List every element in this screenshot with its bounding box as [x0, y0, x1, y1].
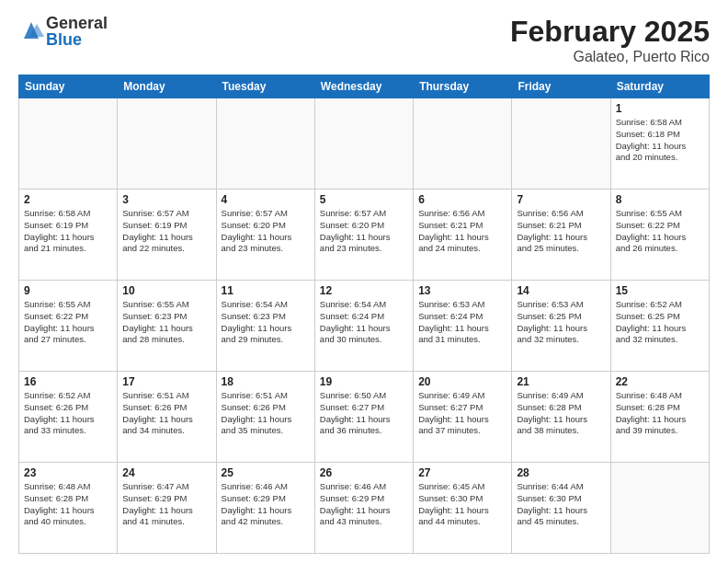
day-info: Sunrise: 6:57 AM Sunset: 6:20 PM Dayligh… — [320, 208, 408, 255]
calendar-cell: 1Sunrise: 6:58 AM Sunset: 6:18 PM Daylig… — [610, 98, 709, 190]
day-info: Sunrise: 6:57 AM Sunset: 6:20 PM Dayligh… — [222, 208, 310, 255]
title-month: February 2025 — [510, 15, 710, 49]
day-info: Sunrise: 6:51 AM Sunset: 6:26 PM Dayligh… — [122, 390, 210, 437]
calendar-cell: 20Sunrise: 6:49 AM Sunset: 6:27 PM Dayli… — [414, 372, 512, 463]
day-info: Sunrise: 6:46 AM Sunset: 6:29 PM Dayligh… — [222, 481, 310, 528]
day-number: 28 — [517, 466, 605, 479]
day-info: Sunrise: 6:54 AM Sunset: 6:24 PM Dayligh… — [320, 299, 408, 346]
day-number: 18 — [222, 375, 310, 388]
day-info: Sunrise: 6:57 AM Sunset: 6:19 PM Dayligh… — [122, 208, 210, 255]
calendar-cell: 19Sunrise: 6:50 AM Sunset: 6:27 PM Dayli… — [314, 372, 413, 463]
title-block: February 2025 Galateo, Puerto Rico — [510, 15, 710, 65]
day-number: 20 — [418, 375, 506, 388]
weekday-header-thursday: Thursday — [414, 75, 512, 98]
calendar-cell — [216, 98, 314, 190]
day-number: 12 — [320, 284, 408, 297]
day-info: Sunrise: 6:56 AM Sunset: 6:21 PM Dayligh… — [517, 208, 605, 255]
calendar-table: SundayMondayTuesdayWednesdayThursdayFrid… — [18, 75, 710, 554]
logo-text: General Blue — [46, 15, 108, 48]
day-info: Sunrise: 6:55 AM Sunset: 6:22 PM Dayligh… — [24, 299, 112, 346]
day-number: 2 — [24, 193, 112, 206]
calendar-cell: 9Sunrise: 6:55 AM Sunset: 6:22 PM Daylig… — [19, 281, 118, 372]
logo-blue-text: Blue — [46, 31, 108, 48]
calendar-week-row: 1Sunrise: 6:58 AM Sunset: 6:18 PM Daylig… — [19, 98, 710, 190]
calendar-cell: 12Sunrise: 6:54 AM Sunset: 6:24 PM Dayli… — [314, 281, 413, 372]
calendar-cell: 16Sunrise: 6:52 AM Sunset: 6:26 PM Dayli… — [19, 372, 118, 463]
day-number: 14 — [517, 284, 605, 297]
calendar-cell: 4Sunrise: 6:57 AM Sunset: 6:20 PM Daylig… — [216, 190, 314, 281]
calendar-header: SundayMondayTuesdayWednesdayThursdayFrid… — [19, 75, 710, 98]
day-number: 11 — [222, 284, 310, 297]
day-info: Sunrise: 6:50 AM Sunset: 6:27 PM Dayligh… — [320, 390, 408, 437]
calendar-cell — [414, 98, 512, 190]
day-number: 5 — [320, 193, 408, 206]
day-number: 10 — [122, 284, 210, 297]
day-info: Sunrise: 6:53 AM Sunset: 6:25 PM Dayligh… — [517, 299, 605, 346]
weekday-header-saturday: Saturday — [610, 75, 709, 98]
weekday-header-friday: Friday — [512, 75, 610, 98]
calendar-cell: 23Sunrise: 6:48 AM Sunset: 6:28 PM Dayli… — [19, 463, 118, 554]
calendar-cell: 15Sunrise: 6:52 AM Sunset: 6:25 PM Dayli… — [610, 281, 709, 372]
calendar-cell: 28Sunrise: 6:44 AM Sunset: 6:30 PM Dayli… — [512, 463, 610, 554]
weekday-header-monday: Monday — [118, 75, 216, 98]
calendar-cell: 6Sunrise: 6:56 AM Sunset: 6:21 PM Daylig… — [414, 190, 512, 281]
logo-icon — [18, 18, 44, 44]
day-info: Sunrise: 6:46 AM Sunset: 6:29 PM Dayligh… — [320, 481, 408, 528]
calendar-cell: 3Sunrise: 6:57 AM Sunset: 6:19 PM Daylig… — [118, 190, 216, 281]
day-info: Sunrise: 6:48 AM Sunset: 6:28 PM Dayligh… — [24, 481, 112, 528]
day-number: 21 — [517, 375, 605, 388]
calendar-cell: 2Sunrise: 6:58 AM Sunset: 6:19 PM Daylig… — [19, 190, 118, 281]
calendar-cell: 7Sunrise: 6:56 AM Sunset: 6:21 PM Daylig… — [512, 190, 610, 281]
day-info: Sunrise: 6:58 AM Sunset: 6:18 PM Dayligh… — [616, 117, 704, 164]
day-number: 15 — [616, 284, 704, 297]
calendar-week-row: 16Sunrise: 6:52 AM Sunset: 6:26 PM Dayli… — [19, 372, 710, 463]
calendar-cell: 11Sunrise: 6:54 AM Sunset: 6:23 PM Dayli… — [216, 281, 314, 372]
page: General Blue February 2025 Galateo, Puer… — [0, 0, 728, 563]
day-number: 8 — [616, 193, 704, 206]
day-number: 17 — [122, 375, 210, 388]
day-info: Sunrise: 6:44 AM Sunset: 6:30 PM Dayligh… — [517, 481, 605, 528]
day-number: 19 — [320, 375, 408, 388]
calendar-cell — [118, 98, 216, 190]
calendar-week-row: 2Sunrise: 6:58 AM Sunset: 6:19 PM Daylig… — [19, 190, 710, 281]
day-number: 1 — [616, 102, 704, 115]
weekday-header-wednesday: Wednesday — [314, 75, 413, 98]
weekday-header-row: SundayMondayTuesdayWednesdayThursdayFrid… — [19, 75, 710, 98]
day-info: Sunrise: 6:53 AM Sunset: 6:24 PM Dayligh… — [418, 299, 506, 346]
day-info: Sunrise: 6:55 AM Sunset: 6:23 PM Dayligh… — [122, 299, 210, 346]
day-info: Sunrise: 6:47 AM Sunset: 6:29 PM Dayligh… — [122, 481, 210, 528]
day-number: 22 — [616, 375, 704, 388]
day-info: Sunrise: 6:45 AM Sunset: 6:30 PM Dayligh… — [418, 481, 506, 528]
day-info: Sunrise: 6:49 AM Sunset: 6:27 PM Dayligh… — [418, 390, 506, 437]
calendar-cell: 24Sunrise: 6:47 AM Sunset: 6:29 PM Dayli… — [118, 463, 216, 554]
day-number: 3 — [122, 193, 210, 206]
day-number: 24 — [122, 466, 210, 479]
calendar-cell: 26Sunrise: 6:46 AM Sunset: 6:29 PM Dayli… — [314, 463, 413, 554]
calendar-body: 1Sunrise: 6:58 AM Sunset: 6:18 PM Daylig… — [19, 98, 710, 554]
day-number: 7 — [517, 193, 605, 206]
calendar-cell — [512, 98, 610, 190]
weekday-header-sunday: Sunday — [19, 75, 118, 98]
calendar-cell: 25Sunrise: 6:46 AM Sunset: 6:29 PM Dayli… — [216, 463, 314, 554]
day-info: Sunrise: 6:51 AM Sunset: 6:26 PM Dayligh… — [222, 390, 310, 437]
day-number: 23 — [24, 466, 112, 479]
calendar-cell: 8Sunrise: 6:55 AM Sunset: 6:22 PM Daylig… — [610, 190, 709, 281]
day-number: 27 — [418, 466, 506, 479]
day-info: Sunrise: 6:52 AM Sunset: 6:25 PM Dayligh… — [616, 299, 704, 346]
calendar-cell: 21Sunrise: 6:49 AM Sunset: 6:28 PM Dayli… — [512, 372, 610, 463]
day-number: 6 — [418, 193, 506, 206]
title-location: Galateo, Puerto Rico — [510, 49, 710, 65]
day-number: 13 — [418, 284, 506, 297]
day-number: 26 — [320, 466, 408, 479]
day-number: 4 — [222, 193, 310, 206]
calendar-cell: 18Sunrise: 6:51 AM Sunset: 6:26 PM Dayli… — [216, 372, 314, 463]
day-info: Sunrise: 6:56 AM Sunset: 6:21 PM Dayligh… — [418, 208, 506, 255]
day-number: 16 — [24, 375, 112, 388]
calendar-cell — [610, 463, 709, 554]
calendar-cell: 17Sunrise: 6:51 AM Sunset: 6:26 PM Dayli… — [118, 372, 216, 463]
day-number: 9 — [24, 284, 112, 297]
calendar-week-row: 23Sunrise: 6:48 AM Sunset: 6:28 PM Dayli… — [19, 463, 710, 554]
calendar-week-row: 9Sunrise: 6:55 AM Sunset: 6:22 PM Daylig… — [19, 281, 710, 372]
logo: General Blue — [18, 15, 108, 48]
day-info: Sunrise: 6:55 AM Sunset: 6:22 PM Dayligh… — [616, 208, 704, 255]
